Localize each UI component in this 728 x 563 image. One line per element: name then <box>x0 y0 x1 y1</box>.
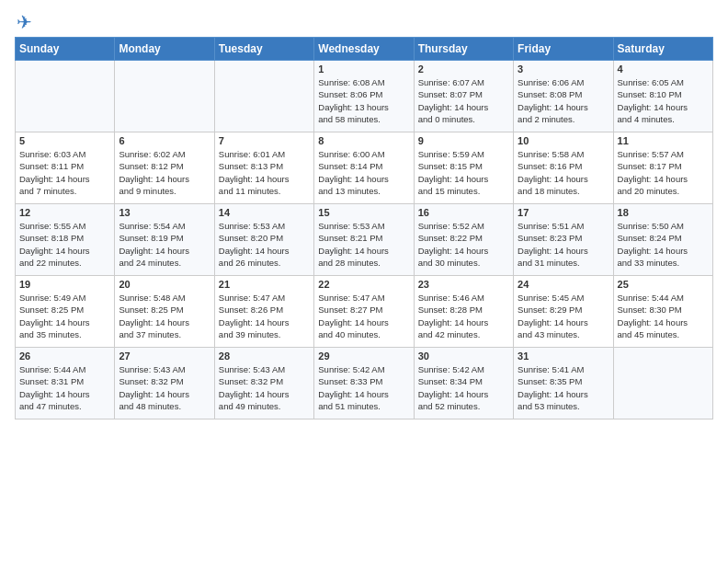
calendar-cell: 18Sunrise: 5:50 AMSunset: 8:24 PMDayligh… <box>613 204 712 276</box>
cell-content: Sunrise: 5:43 AMSunset: 8:32 PMDaylight:… <box>219 363 310 412</box>
cell-line: and 0 minutes. <box>418 113 509 125</box>
cell-line: and 40 minutes. <box>318 328 409 340</box>
cell-line: and 39 minutes. <box>219 328 310 340</box>
cell-line: Sunset: 8:21 PM <box>318 232 409 244</box>
week-row-5: 26Sunrise: 5:44 AMSunset: 8:31 PMDayligh… <box>16 348 713 419</box>
cell-line: Daylight: 14 hours <box>318 245 409 257</box>
day-number: 9 <box>418 135 509 146</box>
day-number: 30 <box>418 350 509 362</box>
cell-line: Daylight: 14 hours <box>318 316 409 328</box>
cell-line: and 47 minutes. <box>19 400 110 412</box>
day-number: 16 <box>418 207 509 218</box>
calendar-cell: 5Sunrise: 6:03 AMSunset: 8:11 PMDaylight… <box>16 132 115 204</box>
cell-line: and 49 minutes. <box>219 400 310 412</box>
cell-line: and 13 minutes. <box>318 185 409 197</box>
calendar-table: SundayMondayTuesdayWednesdayThursdayFrid… <box>15 37 713 419</box>
header-row: SundayMondayTuesdayWednesdayThursdayFrid… <box>16 38 713 61</box>
cell-line: Sunrise: 6:00 AM <box>318 148 409 160</box>
calendar-cell: 22Sunrise: 5:47 AMSunset: 8:27 PMDayligh… <box>314 276 414 348</box>
calendar-cell: 2Sunrise: 6:07 AMSunset: 8:07 PMDaylight… <box>414 61 513 132</box>
day-number: 22 <box>318 279 409 290</box>
cell-line: Sunrise: 6:08 AM <box>318 76 409 88</box>
cell-line: Daylight: 14 hours <box>119 245 210 257</box>
cell-line: and 7 minutes. <box>19 185 110 197</box>
cell-line: Sunset: 8:25 PM <box>119 304 210 316</box>
cell-line: Sunset: 8:15 PM <box>418 160 509 172</box>
week-row-3: 12Sunrise: 5:55 AMSunset: 8:18 PMDayligh… <box>16 204 713 276</box>
cell-content: Sunrise: 5:44 AMSunset: 8:31 PMDaylight:… <box>19 363 110 412</box>
cell-line: Daylight: 14 hours <box>418 173 509 185</box>
calendar-cell: 11Sunrise: 5:57 AMSunset: 8:17 PMDayligh… <box>613 132 712 204</box>
cell-line: Daylight: 14 hours <box>19 245 110 257</box>
cell-line: Sunrise: 5:47 AM <box>219 292 310 304</box>
cell-line: Daylight: 14 hours <box>418 101 509 113</box>
day-number: 2 <box>418 63 509 75</box>
cell-content: Sunrise: 5:49 AMSunset: 8:25 PMDaylight:… <box>19 292 110 340</box>
cell-line: and 31 minutes. <box>518 257 609 269</box>
day-number: 8 <box>318 135 409 146</box>
cell-line: Sunset: 8:17 PM <box>618 160 709 172</box>
cell-line: Sunrise: 5:43 AM <box>219 363 310 375</box>
calendar-cell: 16Sunrise: 5:52 AMSunset: 8:22 PMDayligh… <box>414 204 513 276</box>
calendar-cell: 7Sunrise: 6:01 AMSunset: 8:13 PMDaylight… <box>214 132 313 204</box>
cell-line: Sunset: 8:10 PM <box>618 88 709 100</box>
logo-bird-icon: ✈ <box>17 11 32 33</box>
day-header-monday: Monday <box>115 38 214 61</box>
cell-line: and 28 minutes. <box>318 257 409 269</box>
cell-line: Sunrise: 5:43 AM <box>119 363 210 375</box>
cell-line: Sunset: 8:33 PM <box>318 375 409 387</box>
day-number: 19 <box>19 279 110 290</box>
cell-content: Sunrise: 5:55 AMSunset: 8:18 PMDaylight:… <box>19 220 110 269</box>
cell-line: Sunrise: 5:58 AM <box>518 148 609 160</box>
calendar-cell: 21Sunrise: 5:47 AMSunset: 8:26 PMDayligh… <box>214 276 313 348</box>
day-number: 10 <box>518 135 609 146</box>
day-header-thursday: Thursday <box>414 38 513 61</box>
calendar-cell: 8Sunrise: 6:00 AMSunset: 8:14 PMDaylight… <box>314 132 414 204</box>
cell-line: Sunset: 8:32 PM <box>219 375 310 387</box>
cell-line: Sunrise: 5:44 AM <box>618 292 709 304</box>
main-container: ✈ SundayMondayTuesdayWednesdayThursdayFr… <box>0 0 728 427</box>
cell-line: and 52 minutes. <box>418 400 509 412</box>
cell-line: and 45 minutes. <box>618 328 709 340</box>
calendar-cell: 19Sunrise: 5:49 AMSunset: 8:25 PMDayligh… <box>16 276 115 348</box>
cell-line: Daylight: 14 hours <box>219 173 310 185</box>
calendar-cell: 6Sunrise: 6:02 AMSunset: 8:12 PMDaylight… <box>115 132 214 204</box>
week-row-4: 19Sunrise: 5:49 AMSunset: 8:25 PMDayligh… <box>16 276 713 348</box>
cell-content: Sunrise: 5:41 AMSunset: 8:35 PMDaylight:… <box>518 363 609 412</box>
day-number: 29 <box>318 350 409 362</box>
cell-line: and 37 minutes. <box>119 328 210 340</box>
cell-line: Sunrise: 5:48 AM <box>119 292 210 304</box>
cell-line: Daylight: 14 hours <box>418 245 509 257</box>
day-header-saturday: Saturday <box>613 38 712 61</box>
cell-content: Sunrise: 5:44 AMSunset: 8:30 PMDaylight:… <box>618 292 709 340</box>
cell-content: Sunrise: 5:47 AMSunset: 8:26 PMDaylight:… <box>219 292 310 340</box>
cell-line: Sunset: 8:28 PM <box>418 304 509 316</box>
cell-line: Sunrise: 5:55 AM <box>19 220 110 232</box>
cell-line: Daylight: 14 hours <box>318 388 409 400</box>
cell-line: and 4 minutes. <box>618 113 709 125</box>
day-number: 21 <box>219 279 310 290</box>
cell-content: Sunrise: 5:50 AMSunset: 8:24 PMDaylight:… <box>618 220 709 269</box>
cell-line: and 42 minutes. <box>418 328 509 340</box>
day-number: 12 <box>19 207 110 218</box>
day-number: 7 <box>219 135 310 146</box>
cell-line: Sunrise: 5:45 AM <box>518 292 609 304</box>
cell-line: Daylight: 14 hours <box>119 388 210 400</box>
cell-content: Sunrise: 5:54 AMSunset: 8:19 PMDaylight:… <box>119 220 210 269</box>
cell-content: Sunrise: 5:43 AMSunset: 8:32 PMDaylight:… <box>119 363 210 412</box>
cell-line: Daylight: 14 hours <box>219 316 310 328</box>
cell-line: Sunrise: 5:49 AM <box>19 292 110 304</box>
cell-line: and 26 minutes. <box>219 257 310 269</box>
cell-line: Daylight: 14 hours <box>618 316 709 328</box>
cell-content: Sunrise: 6:07 AMSunset: 8:07 PMDaylight:… <box>418 76 509 125</box>
cell-line: Daylight: 13 hours <box>318 101 409 113</box>
day-header-friday: Friday <box>514 38 613 61</box>
day-number: 25 <box>618 279 709 290</box>
cell-line: Daylight: 14 hours <box>219 245 310 257</box>
cell-line: Sunrise: 6:05 AM <box>618 76 709 88</box>
cell-line: Sunrise: 6:06 AM <box>518 76 609 88</box>
cell-line: Sunset: 8:14 PM <box>318 160 409 172</box>
cell-line: Daylight: 14 hours <box>618 245 709 257</box>
calendar-cell <box>16 61 115 132</box>
day-number: 20 <box>119 279 210 290</box>
